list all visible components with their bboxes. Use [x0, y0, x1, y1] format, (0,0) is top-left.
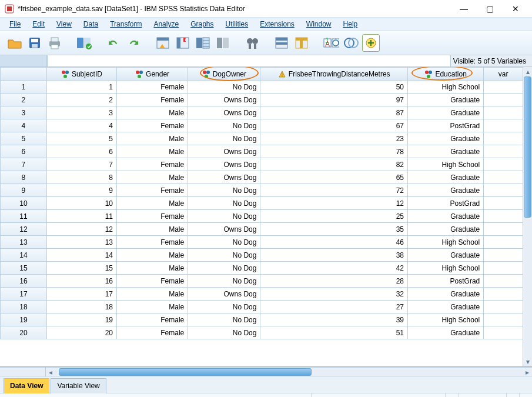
cell-empty[interactable] [484, 158, 523, 171]
row-number[interactable]: 12 [1, 223, 47, 236]
cell-frisbee[interactable]: 87 [260, 106, 408, 119]
row-number[interactable]: 4 [1, 119, 47, 132]
cell-gender[interactable]: Male [117, 301, 188, 313]
cell-subjectid[interactable]: 9 [46, 184, 116, 197]
cell-frisbee[interactable]: 50 [260, 81, 408, 94]
cell-subjectid[interactable]: 3 [46, 106, 116, 119]
cell-subjectid[interactable]: 18 [46, 301, 116, 313]
cell-frisbee[interactable]: 39 [260, 313, 408, 326]
col-empty-var[interactable]: var [484, 68, 523, 81]
menu-edit[interactable]: Edit [26, 19, 51, 29]
redo-icon[interactable] [125, 34, 142, 52]
row-number[interactable]: 1 [1, 81, 47, 94]
cell-frisbee[interactable]: 38 [260, 249, 408, 262]
cell-subjectid[interactable]: 12 [46, 223, 116, 236]
goto-case-icon[interactable] [154, 34, 172, 52]
cell-dogowner[interactable]: Owns Dog [188, 171, 260, 184]
col-dogowner[interactable]: DogOwner [188, 68, 260, 81]
table-row[interactable]: 55MaleNo Dog23Graduate [1, 132, 523, 145]
cell-subjectid[interactable]: 10 [46, 197, 116, 210]
insert-cases-icon[interactable] [273, 34, 290, 52]
row-number[interactable]: 20 [1, 326, 47, 339]
cell-dogowner[interactable]: Owns Dog [188, 145, 260, 158]
cell-dogowner[interactable]: No Dog [188, 236, 260, 249]
cell-frisbee[interactable]: 82 [260, 158, 408, 171]
table-row[interactable]: 1313FemaleNo Dog46High School [1, 236, 523, 249]
vertical-scrollbar[interactable]: ▴ ▾ [523, 67, 532, 366]
table-row[interactable]: 11FemaleNo Dog50High School [1, 81, 523, 94]
cell-frisbee[interactable]: 42 [260, 262, 408, 275]
cell-empty[interactable] [484, 94, 523, 106]
row-number[interactable]: 9 [1, 184, 47, 197]
cell-education[interactable]: Graduate [407, 94, 483, 106]
cell-value-box[interactable] [47, 55, 451, 66]
cell-frisbee[interactable]: 46 [260, 236, 408, 249]
table-row[interactable]: 2020FemaleNo Dog51Graduate [1, 326, 523, 339]
cell-dogowner[interactable]: No Dog [188, 313, 260, 326]
cell-subjectid[interactable]: 8 [46, 171, 116, 184]
table-row[interactable]: 1818MaleNo Dog27Graduate [1, 301, 523, 313]
cell-gender[interactable]: Male [117, 171, 188, 184]
scroll-right-icon[interactable]: ▸ [523, 368, 532, 376]
menu-transform[interactable]: Transform [104, 19, 148, 29]
cell-empty[interactable] [484, 236, 523, 249]
cell-frisbee[interactable]: 27 [260, 301, 408, 313]
cell-subjectid[interactable]: 17 [46, 288, 116, 301]
cell-dogowner[interactable]: Owns Dog [188, 223, 260, 236]
table-row[interactable]: 1111FemaleNo Dog25Graduate [1, 210, 523, 223]
cell-subjectid[interactable]: 20 [46, 326, 116, 339]
cell-frisbee[interactable]: 67 [260, 119, 408, 132]
cell-gender[interactable]: Female [117, 158, 188, 171]
cell-gender[interactable]: Female [117, 94, 188, 106]
cell-education[interactable]: Graduate [407, 132, 483, 145]
cell-empty[interactable] [484, 106, 523, 119]
insert-variable-icon[interactable] [293, 34, 310, 52]
cell-empty[interactable] [484, 223, 523, 236]
cell-gender[interactable]: Female [117, 326, 188, 339]
table-row[interactable]: 66MaleOwns Dog78Graduate [1, 145, 523, 158]
cell-subjectid[interactable]: 15 [46, 262, 116, 275]
table-row[interactable]: 1414MaleNo Dog38Graduate [1, 249, 523, 262]
cell-subjectid[interactable]: 4 [46, 119, 116, 132]
cell-gender[interactable]: Female [117, 313, 188, 326]
cell-frisbee[interactable]: 65 [260, 171, 408, 184]
cell-gender[interactable]: Male [117, 132, 188, 145]
cell-subjectid[interactable]: 16 [46, 275, 116, 288]
cell-subjectid[interactable]: 11 [46, 210, 116, 223]
col-gender[interactable]: Gender [117, 68, 188, 81]
cell-gender[interactable]: Female [117, 184, 188, 197]
cell-dogowner[interactable]: No Dog [188, 81, 260, 94]
cell-gender[interactable]: Male [117, 106, 188, 119]
row-number[interactable]: 17 [1, 288, 47, 301]
cell-education[interactable]: PostGrad [407, 197, 483, 210]
cell-empty[interactable] [484, 210, 523, 223]
row-number[interactable]: 2 [1, 94, 47, 106]
cell-empty[interactable] [484, 81, 523, 94]
row-number[interactable]: 11 [1, 210, 47, 223]
save-icon[interactable] [26, 34, 44, 52]
table-row[interactable]: 33MaleOwns Dog87Graduate [1, 106, 523, 119]
print-icon[interactable] [46, 34, 63, 52]
row-number[interactable]: 7 [1, 158, 47, 171]
row-number[interactable]: 19 [1, 313, 47, 326]
table-row[interactable]: 1212MaleOwns Dog35Graduate [1, 223, 523, 236]
cell-dogowner[interactable]: No Dog [188, 184, 260, 197]
cell-education[interactable]: Graduate [407, 288, 483, 301]
col-frisbee[interactable]: FrisbeeThrowingDistanceMetres [260, 68, 408, 81]
table-row[interactable]: 22FemaleOwns Dog97Graduate [1, 94, 523, 106]
row-number[interactable]: 5 [1, 132, 47, 145]
table-row[interactable]: 44FemaleNo Dog67PostGrad [1, 119, 523, 132]
row-number[interactable]: 15 [1, 262, 47, 275]
cell-empty[interactable] [484, 119, 523, 132]
menu-extensions[interactable]: Extensions [254, 19, 300, 29]
row-number[interactable]: 14 [1, 249, 47, 262]
cell-gender[interactable]: Male [117, 223, 188, 236]
cell-empty[interactable] [484, 197, 523, 210]
cell-dogowner[interactable]: No Dog [188, 326, 260, 339]
value-labels-icon[interactable]: 1A [322, 34, 340, 52]
cell-gender[interactable]: Female [117, 81, 188, 94]
cell-education[interactable]: Graduate [407, 326, 483, 339]
row-number[interactable]: 10 [1, 197, 47, 210]
open-file-icon[interactable] [6, 34, 24, 52]
cell-empty[interactable] [484, 171, 523, 184]
